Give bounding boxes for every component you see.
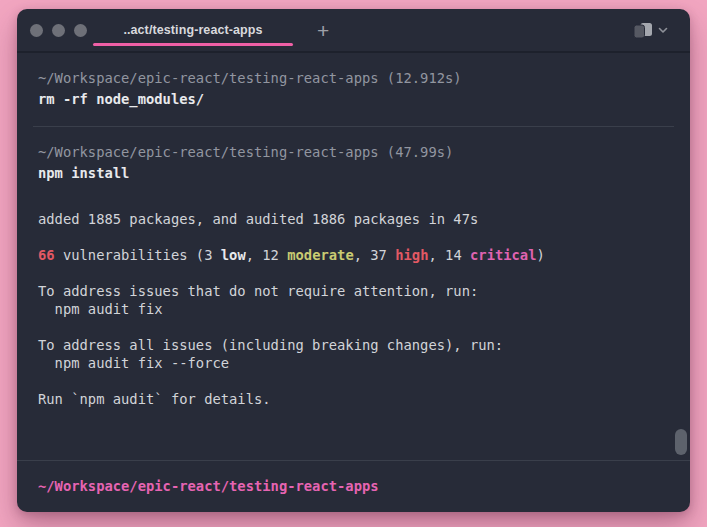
output-fix-header-line: To address issues that do not require at… <box>38 282 669 300</box>
terminal-scrollback: ~/Workspace/epic-react/testing-react-app… <box>17 53 690 460</box>
command-output: added 1885 packages, and audited 1886 pa… <box>38 210 669 408</box>
block-header-path-duration: ~/Workspace/epic-react/testing-react-app… <box>38 69 669 88</box>
minimize-window-button[interactable] <box>52 24 65 37</box>
vuln-moderate-label: moderate <box>287 247 353 263</box>
output-audit-details-line: Run `npm audit` for details. <box>38 390 669 408</box>
output-added-packages-line: added 1885 packages, and audited 1886 pa… <box>38 210 669 228</box>
command-text: rm -rf node_modules/ <box>38 90 669 109</box>
vuln-total-count: 66 <box>38 247 55 263</box>
vuln-text: , 37 <box>354 247 396 263</box>
vulnerabilities-line: 66 vulnerabilities (3 low, 12 moderate, … <box>38 246 669 264</box>
prompt-block[interactable]: ~/Workspace/epic-react/testing-react-app… <box>17 461 690 512</box>
prompt-path: ~/Workspace/epic-react/testing-react-app… <box>38 478 379 494</box>
terminal-window: ..act/testing-react-apps + <box>17 9 690 512</box>
blank-line <box>38 372 669 390</box>
vuln-text: ) <box>536 247 544 263</box>
vuln-text: , 12 <box>246 247 288 263</box>
new-tab-button[interactable]: + <box>313 20 333 41</box>
vuln-critical-label: critical <box>470 247 536 263</box>
blank-line <box>38 264 669 282</box>
close-window-button[interactable] <box>30 24 43 37</box>
vuln-low-label: low <box>221 247 246 263</box>
chevron-down-icon[interactable] <box>658 27 668 34</box>
blank-line <box>38 318 669 336</box>
output-force-header-line: To address all issues (including breakin… <box>38 336 669 354</box>
vuln-high-label: high <box>395 247 428 263</box>
tabbar-right-controls <box>633 22 690 39</box>
tab-testing-react-apps[interactable]: ..act/testing-react-apps <box>93 9 293 51</box>
desktop-background: ..act/testing-react-apps + <box>0 0 707 527</box>
zoom-window-button[interactable] <box>74 24 87 37</box>
vuln-text: , 14 <box>428 247 470 263</box>
blank-line <box>38 228 669 246</box>
active-tab-indicator <box>93 43 293 46</box>
window-controls <box>17 24 87 37</box>
command-block-rm[interactable]: ~/Workspace/epic-react/testing-react-app… <box>17 53 690 126</box>
block-header-path-duration: ~/Workspace/epic-react/testing-react-app… <box>38 143 669 162</box>
tab-title: ..act/testing-react-apps <box>123 23 262 37</box>
vuln-text: vulnerabilities (3 <box>55 247 221 263</box>
vertical-scrollbar-thumb[interactable] <box>675 429 687 455</box>
output-force-command-line: npm audit fix --force <box>38 354 669 372</box>
tab-bar: ..act/testing-react-apps + <box>17 9 690 53</box>
command-text: npm install <box>38 164 669 183</box>
command-block-npm-install[interactable]: ~/Workspace/epic-react/testing-react-app… <box>17 127 690 425</box>
profiles-icon[interactable] <box>633 22 653 39</box>
output-fix-command-line: npm audit fix <box>38 300 669 318</box>
